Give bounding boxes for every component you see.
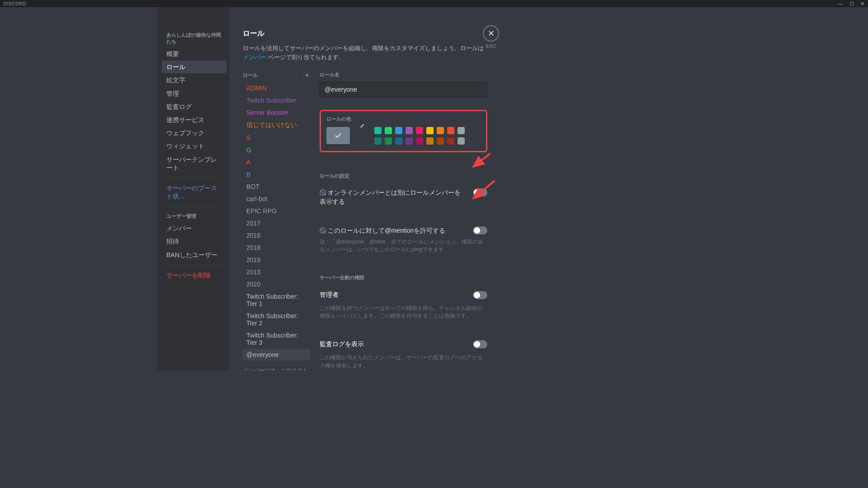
role-item[interactable]: Twitch Subscriber — [243, 94, 311, 106]
role-list-column: ロール + ADMINTwitch SubscriberServer Boost… — [243, 71, 311, 371]
role-item[interactable]: 2013 — [243, 266, 311, 278]
sidebar-item-5[interactable]: 連携サービス — [162, 113, 226, 126]
role-item[interactable]: A — [243, 156, 311, 168]
delete-server-button[interactable]: サーバーを削除 — [162, 269, 226, 282]
role-settings-label: ロールの設定 — [320, 173, 487, 179]
role-color-label: ロールの色 — [326, 116, 481, 122]
settings-sidebar: あらしんぼの愉快な仲間たち 概要ロール絵文字管理監査ログ連携サービスウェブフック… — [157, 7, 229, 371]
role-name-label: ロール名 — [320, 71, 487, 78]
color-swatch[interactable] — [447, 137, 454, 145]
check-icon — [334, 131, 342, 140]
sidebar-item-3[interactable]: 管理 — [162, 87, 226, 100]
sidebar-item-0[interactable]: 概要 — [162, 47, 226, 60]
role-color-section-highlight: ロールの色 — [320, 110, 487, 152]
sidebar-user-item-2[interactable]: BANしたユーザー — [162, 249, 226, 261]
role-detail-column: ロール名 ロールの色 ロールの設 — [320, 71, 487, 371]
sidebar-user-item-1[interactable]: 招待 — [162, 235, 226, 248]
role-item[interactable]: Twitch Subscriber: Tier 1 — [243, 291, 311, 310]
role-item[interactable]: B — [243, 169, 311, 180]
permission-description: この権限を持つメンバーはすべての権限を持ち、チャンネル固有の権限もバイパスします… — [320, 305, 487, 320]
close-settings-button[interactable]: ✕ ESC — [483, 25, 499, 49]
add-role-button[interactable]: + — [303, 71, 311, 79]
role-name-input[interactable] — [320, 82, 487, 97]
server-name-header: あらしんぼの愉快な仲間たち — [162, 29, 226, 47]
sidebar-item-1[interactable]: ロール — [162, 61, 226, 73]
role-order-note: メンバーには、このリストに割り当てられている最も高いロールの色が適用されます。ド… — [243, 367, 311, 371]
role-item[interactable]: 2019 — [243, 254, 311, 266]
current-color-swatch[interactable] — [326, 127, 350, 144]
color-swatch[interactable] — [437, 137, 444, 145]
color-swatch[interactable] — [426, 127, 434, 134]
titlebar: DISCORD — ☐ ✕ — [0, 0, 868, 7]
page-title: ロール — [243, 29, 487, 38]
color-swatch[interactable] — [416, 137, 423, 145]
role-item[interactable]: Server Booster — [243, 107, 311, 118]
sidebar-separator — [166, 178, 222, 178]
role-item[interactable]: 2018 — [243, 242, 311, 253]
color-swatch[interactable] — [447, 127, 454, 134]
role-item[interactable]: carl-bot — [243, 193, 311, 205]
sidebar-boost[interactable]: サーバーのブースト状... — [162, 182, 226, 202]
color-swatch[interactable] — [426, 137, 434, 145]
permission-title: 管理者 — [320, 291, 339, 299]
minimize-button[interactable]: — — [838, 1, 843, 7]
close-icon: ✕ — [483, 25, 499, 42]
disabled-icon — [320, 227, 326, 234]
role-item[interactable]: 2016 — [243, 230, 311, 241]
role-item[interactable]: S — [243, 132, 311, 144]
role-list-header: ロール — [243, 72, 258, 79]
color-swatch[interactable] — [406, 127, 413, 134]
close-window-button[interactable]: ✕ — [860, 1, 864, 7]
role-item[interactable]: @everyone — [243, 349, 311, 361]
role-item[interactable]: BOT — [243, 181, 311, 192]
allow-mention-setting: このロールに対して@mentionを許可する — [320, 226, 487, 235]
display-separately-setting: オンラインメンバーとは別にロールメンバーを表示する — [320, 188, 487, 206]
sidebar-item-7[interactable]: ウィジェット — [162, 140, 226, 152]
role-item[interactable]: 2017 — [243, 217, 311, 229]
eyedropper-icon[interactable] — [358, 122, 365, 130]
color-swatch[interactable] — [385, 137, 392, 145]
display-separately-toggle[interactable] — [473, 188, 487, 197]
permission-item: 監査ログを表示この権限が与えられたメンバーは、サーバーの監査ログへのアクセス権を… — [320, 340, 487, 371]
color-swatch[interactable] — [416, 127, 423, 134]
color-swatch[interactable] — [458, 137, 465, 145]
permission-description: この権限が与えられたメンバーは、サーバーの監査ログへのアクセス権を保有します。 — [320, 354, 487, 370]
sidebar-item-4[interactable]: 監査ログ — [162, 100, 226, 113]
mention-note: 注：「@everyone、@here、全てのロールにメンション」権限のあるメンバ… — [320, 238, 487, 254]
settings-content: ロール ロールを活用してサーバーのメンバーを組織し、権限をカスタマイズしましょう… — [229, 7, 501, 371]
sidebar-user-item-0[interactable]: メンバー — [162, 222, 226, 235]
color-swatch[interactable] — [406, 137, 413, 145]
sidebar-item-8[interactable]: サーバーテンプレート — [162, 153, 226, 174]
permission-title: 監査ログを表示 — [320, 340, 364, 348]
general-permissions-label: サーバー全般の権限 — [320, 274, 487, 281]
allow-mention-toggle[interactable] — [473, 226, 487, 235]
role-item[interactable]: Twitch Subscriber: Tier 3 — [243, 329, 311, 348]
color-swatch[interactable] — [374, 137, 382, 145]
sidebar-separator — [166, 206, 222, 206]
user-management-header: ユーザー管理 — [162, 210, 226, 221]
color-swatch[interactable] — [374, 127, 382, 134]
color-swatch[interactable] — [458, 127, 465, 134]
color-swatch[interactable] — [395, 127, 402, 134]
window-controls: — ☐ ✕ — [838, 1, 864, 7]
role-item[interactable]: 2020 — [243, 278, 311, 290]
esc-label: ESC — [483, 43, 499, 49]
sidebar-separator — [166, 265, 222, 265]
role-item[interactable]: 信じてはいけない — [243, 119, 311, 131]
role-item[interactable]: ADMIN — [243, 82, 311, 94]
permission-toggle[interactable] — [473, 340, 487, 348]
disabled-icon — [320, 189, 326, 196]
role-item[interactable]: G — [243, 144, 311, 156]
maximize-button[interactable]: ☐ — [849, 1, 854, 7]
role-item[interactable]: EPIC RPG — [243, 205, 311, 217]
role-item[interactable]: Twitch Subscriber: Tier 2 — [243, 310, 311, 329]
color-swatch[interactable] — [385, 127, 392, 134]
sidebar-item-2[interactable]: 絵文字 — [162, 74, 226, 86]
permission-item: 管理者この権限を持つメンバーはすべての権限を持ち、チャンネル固有の権限もバイパス… — [320, 291, 487, 331]
sidebar-item-6[interactable]: ウェブフック — [162, 127, 226, 139]
color-swatch[interactable] — [395, 137, 402, 145]
members-link[interactable]: メンバー — [243, 54, 266, 61]
permission-toggle[interactable] — [473, 291, 487, 299]
color-swatch[interactable] — [437, 127, 444, 134]
app-logo: DISCORD — [4, 1, 26, 6]
